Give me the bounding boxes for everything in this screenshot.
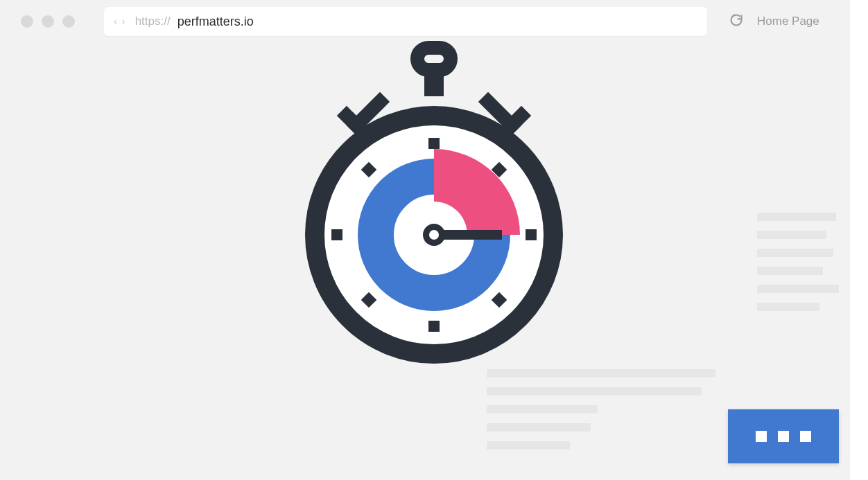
skeleton-line (757, 231, 826, 239)
window-maximize-dot[interactable] (62, 15, 75, 28)
topbar-right-actions: Home Page (729, 13, 819, 30)
window-close-dot[interactable] (21, 15, 33, 28)
skeleton-line (487, 423, 591, 432)
skeleton-line (487, 369, 715, 377)
stopwatch-illustration (302, 41, 566, 369)
skeleton-line (757, 303, 819, 311)
reload-icon[interactable] (729, 13, 743, 30)
skeleton-line (487, 405, 598, 414)
skeleton-line (487, 441, 570, 450)
browser-topbar: ‹ › https:// perfmatters.io Home Page (0, 0, 868, 36)
window-controls (21, 15, 75, 28)
back-button[interactable]: ‹ (114, 15, 117, 28)
nav-arrows: ‹ › (114, 15, 125, 28)
svg-rect-11 (331, 229, 342, 240)
svg-rect-9 (428, 321, 440, 332)
svg-rect-0 (417, 48, 451, 70)
skeleton-line (757, 285, 839, 293)
chat-widget-button[interactable] (728, 409, 839, 463)
skeleton-line (757, 267, 823, 275)
chat-dot-icon (800, 431, 811, 442)
skeleton-line (487, 387, 702, 395)
svg-rect-10 (526, 229, 537, 240)
chat-dot-icon (778, 431, 789, 442)
svg-rect-8 (428, 138, 440, 149)
address-bar[interactable]: ‹ › https:// perfmatters.io (104, 7, 707, 36)
skeleton-line (757, 249, 833, 257)
skeleton-line (757, 213, 836, 221)
url-protocol: https:// (135, 15, 171, 28)
url-text: perfmatters.io (177, 15, 254, 29)
skeleton-loader (487, 369, 715, 459)
page-content (0, 36, 868, 480)
home-page-link[interactable]: Home Page (757, 15, 819, 28)
skeleton-loader (605, 213, 839, 321)
svg-point-18 (429, 230, 439, 240)
svg-rect-1 (424, 69, 444, 96)
window-minimize-dot[interactable] (42, 15, 54, 28)
forward-button[interactable]: › (121, 15, 125, 28)
chat-dot-icon (756, 431, 767, 442)
